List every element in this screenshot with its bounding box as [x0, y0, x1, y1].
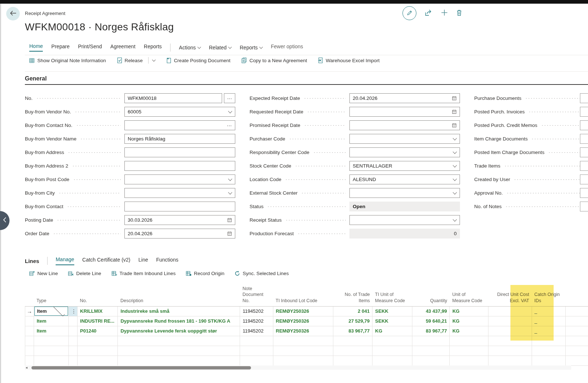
table-row[interactable]: ItemP01240Dypvannsreke Levende fersk uop…	[25, 326, 588, 336]
cell-no_of_trade_items[interactable]	[333, 346, 372, 356]
cell-unit_of_measure_code[interactable]: KG	[450, 306, 488, 316]
cell-ti_inbound_lot_code[interactable]	[273, 356, 333, 365]
cell-catch_origin_ids[interactable]	[532, 336, 566, 346]
cell-description[interactable]: Industrireke små små	[118, 306, 240, 316]
create-posting-document-button[interactable]: Create Posting Document	[166, 57, 231, 63]
cell-type[interactable]: Item	[34, 326, 69, 336]
order-date-field[interactable]: 20.04.2026	[124, 229, 235, 239]
external-stock-center-field[interactable]	[349, 188, 460, 198]
column-header-type[interactable]: Type	[34, 284, 69, 306]
cell-direct_unit_cost_excl_vat[interactable]	[488, 346, 532, 356]
warehouse-excel-import-button[interactable]: Warehouse Excel Import	[318, 57, 379, 63]
share-button[interactable]	[425, 9, 432, 17]
cell-direct_unit_cost_excl_vat[interactable]	[488, 336, 532, 346]
cell-description[interactable]: Dypvannsreke Rund frossen 181 - 190 STK/…	[118, 316, 240, 326]
column-header-ti_unit_of_measure_code[interactable]: TI Unit of Measure Code	[372, 284, 412, 306]
cell-direct_unit_cost_excl_vat[interactable]	[488, 316, 532, 326]
row-menu-button[interactable]: ⋮	[68, 306, 77, 316]
new-line-button[interactable]: New Line	[29, 271, 58, 276]
table-row[interactable]: →Item⋮KRILLMIXIndustrireke små små119452…	[25, 306, 588, 316]
responsibility-center-code-field[interactable]	[349, 147, 460, 157]
column-header-no[interactable]: No.	[77, 284, 118, 306]
cell-direct_unit_cost_excl_vat[interactable]	[488, 326, 532, 336]
column-header-quantity[interactable]: Quantity	[412, 284, 450, 306]
column-header-ti_inbound_lot_code[interactable]: TI Inbound Lot Code	[273, 284, 333, 306]
release-button[interactable]: Release	[117, 57, 156, 64]
empty-table-row[interactable]	[25, 336, 588, 346]
back-button[interactable]	[6, 7, 20, 20]
cell-selector[interactable]	[25, 346, 34, 356]
empty-table-row[interactable]	[25, 356, 588, 365]
column-header-no_of_trade_items[interactable]: No. of Trade Items	[333, 284, 372, 306]
tab-print-send[interactable]: Print/Send	[78, 44, 102, 51]
column-header-description[interactable]: Description	[118, 284, 240, 306]
menu-related[interactable]: Related	[209, 45, 231, 50]
created-by-user-field-cutoff[interactable]	[580, 174, 588, 184]
cell-direct_unit_cost_excl_vat[interactable]	[488, 306, 532, 316]
column-header-unit_of_measure_code[interactable]: Unit of Measure Code	[450, 284, 488, 306]
empty-table-row[interactable]	[25, 346, 588, 356]
edit-button[interactable]	[402, 6, 416, 20]
cell-ti_inbound_lot_code[interactable]	[273, 336, 333, 346]
cell-ti_inbound_lot_code[interactable]: REMØY250326	[273, 316, 333, 326]
cell-description[interactable]	[118, 346, 240, 356]
type-dropdown[interactable]: Item	[34, 307, 68, 316]
lines-tab-catch-certificate[interactable]: Catch Certificate (v2)	[82, 257, 130, 265]
fewer-options[interactable]: Fewer options	[271, 44, 303, 51]
cell-menu[interactable]	[68, 336, 77, 346]
cell-ti_unit_of_measure_code[interactable]: SEKK	[372, 316, 412, 326]
cell-ti_inbound_lot_code[interactable]: REMØY250326	[273, 326, 333, 336]
buy-from-vendor-name-field[interactable]: Norges Råfisklag	[124, 134, 235, 144]
no-field[interactable]: WFKM00018	[124, 93, 222, 103]
chevron-down-icon[interactable]	[152, 58, 156, 62]
sync-selected-lines-button[interactable]: Sync. Selected Lines	[235, 271, 289, 276]
receipt-status-field[interactable]	[349, 215, 460, 225]
cell-no_of_trade_items[interactable]	[333, 356, 372, 365]
cell-menu[interactable]	[68, 356, 77, 365]
posted-purch-invoices-field-cutoff[interactable]	[580, 107, 588, 117]
cell-quantity[interactable]	[412, 346, 450, 356]
cell-description[interactable]	[118, 356, 240, 365]
collapse-panel-button[interactable]	[0, 211, 10, 230]
cell-note_document_no[interactable]: 11945202	[240, 316, 273, 326]
cell-ti_unit_of_measure_code[interactable]: SEKK	[372, 306, 412, 316]
cell-no_of_trade_items[interactable]: 83 967,77	[333, 326, 372, 336]
cell-selector[interactable]	[25, 316, 34, 326]
cell-quantity[interactable]: 43 437,99	[412, 306, 450, 316]
column-header-extra[interactable]	[566, 284, 588, 306]
trade-item-inbound-lines-button[interactable]: Trade Item Inbound Lines	[112, 271, 176, 276]
cell-quantity[interactable]	[412, 356, 450, 365]
no-of-notes-field-cutoff[interactable]	[580, 202, 588, 211]
cell-type[interactable]: Item	[34, 306, 69, 316]
cell-quantity[interactable]	[412, 336, 450, 346]
column-header-direct_unit_cost_excl_vat[interactable]: Direct Unit Cost Excl. VAT	[488, 284, 532, 306]
cell-ti_unit_of_measure_code[interactable]	[372, 346, 412, 356]
cell-quantity[interactable]: 83 967,77	[412, 326, 450, 336]
purchase-documents-field-cutoff[interactable]	[580, 93, 588, 103]
cell-extra[interactable]	[566, 306, 588, 316]
cell-description[interactable]	[118, 336, 240, 346]
cell-extra[interactable]	[566, 316, 588, 326]
posting-date-field[interactable]: 30.03.2026	[124, 215, 235, 225]
cell-selector[interactable]	[25, 356, 34, 365]
cell-no_of_trade_items[interactable]	[333, 336, 372, 346]
cell-ti_unit_of_measure_code[interactable]	[372, 356, 412, 365]
cell-ti_unit_of_measure_code[interactable]: KG	[372, 326, 412, 336]
cell-no[interactable]	[77, 336, 118, 346]
production-forecast-field[interactable]: 0	[349, 229, 460, 239]
cell-extra[interactable]	[566, 346, 588, 356]
lines-tab-functions[interactable]: Functions	[156, 257, 179, 265]
buy-from-contact-no-field[interactable]: ⋯	[124, 120, 235, 130]
new-button[interactable]	[441, 9, 448, 17]
item-charge-documents-field-cutoff[interactable]	[580, 134, 588, 144]
tab-home[interactable]: Home	[29, 43, 43, 52]
cell-selector[interactable]	[25, 336, 34, 346]
delete-button[interactable]	[456, 10, 462, 17]
cell-catch_origin_ids[interactable]	[532, 356, 566, 365]
cell-catch_origin_ids[interactable]: _	[532, 316, 566, 326]
copy-to-new-agreement-button[interactable]: Copy to a New Agreement	[241, 57, 307, 63]
cell-ti_unit_of_measure_code[interactable]	[372, 336, 412, 346]
cell-catch_origin_ids[interactable]: _	[532, 326, 566, 336]
scrollbar-thumb[interactable]	[31, 366, 251, 369]
scroll-left-arrow-icon[interactable]: ◂	[26, 365, 27, 370]
